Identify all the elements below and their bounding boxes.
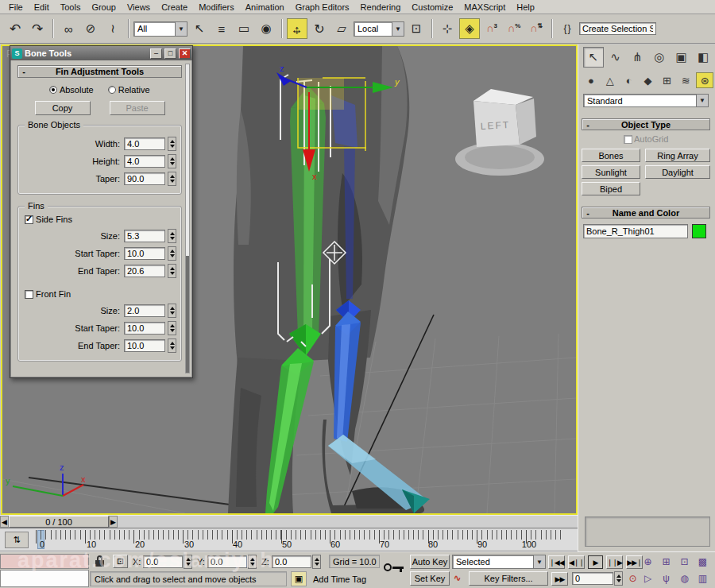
height-spinner[interactable] [168, 154, 176, 168]
frame-spinner[interactable] [614, 571, 623, 586]
menu-graph-editors[interactable]: Graph Editors [290, 2, 355, 13]
track-bar[interactable]: ⇅ 0 10 20 30 40 50 60 70 80 90 100 [0, 529, 578, 551]
front-size-input[interactable] [124, 304, 165, 317]
pan-icon[interactable]: ψ [658, 571, 674, 586]
selection-lock-icon[interactable] [94, 555, 107, 568]
menu-group[interactable]: Group [86, 2, 122, 13]
set-key-button[interactable]: Set Key [410, 571, 450, 586]
previous-frame-icon[interactable]: ◀❘❘ [568, 555, 585, 569]
object-name-input[interactable] [583, 224, 688, 238]
category-shapes-icon[interactable]: △ [601, 72, 619, 88]
current-frame-input[interactable] [572, 572, 613, 585]
menu-customize[interactable]: Customize [406, 2, 458, 13]
mini-curve-editor-icon[interactable]: ⇅ [5, 532, 29, 548]
select-scale-icon[interactable]: ▱ [331, 18, 352, 39]
selection-set-key-dropdown[interactable]: Selected ▼ [452, 555, 546, 569]
side-fins-checkbox[interactable]: Side Fins [25, 215, 176, 224]
unlink-icon[interactable]: ⊘ [80, 18, 101, 39]
time-configuration-icon[interactable]: ⊙ [624, 571, 641, 586]
bones-button[interactable]: Bones [582, 149, 640, 162]
front-start-taper-spinner[interactable] [168, 321, 176, 335]
front-start-taper-input[interactable] [124, 322, 165, 335]
maximize-icon[interactable]: □ [164, 48, 176, 59]
system-category-dropdown[interactable]: Standard ▼ [583, 94, 709, 107]
spinner-snap-icon[interactable]: ∩⇅ [526, 18, 547, 39]
absolute-radio[interactable]: Absolute [49, 85, 93, 95]
time-slider-track[interactable]: ◀ 0 / 100 ▶ [0, 515, 578, 528]
tab-display[interactable]: ▣ [671, 47, 692, 68]
default-tangent-icon[interactable]: ∿ [454, 573, 461, 583]
zoom-icon[interactable]: ⊕ [640, 555, 656, 569]
timeline-next-icon[interactable]: ▶ [109, 516, 118, 528]
daylight-button[interactable]: Daylight [645, 165, 710, 179]
object-type-rollout[interactable]: - Object Type [582, 118, 710, 130]
arc-rotate-icon[interactable]: ◍ [676, 571, 693, 586]
category-lights-icon[interactable]: ◐ [620, 72, 638, 88]
front-fin-checkbox[interactable]: Front Fin [25, 289, 176, 299]
zoom-extents-all-icon[interactable]: ▩ [694, 555, 711, 569]
undo-icon[interactable]: ↶ [5, 18, 25, 39]
select-object-icon[interactable]: ↖ [189, 18, 210, 39]
side-size-spinner[interactable] [168, 229, 176, 243]
window-crossing-icon[interactable]: ◉ [256, 18, 276, 39]
side-start-taper-spinner[interactable] [168, 246, 176, 261]
zoom-extents-icon[interactable]: ⊡ [676, 555, 693, 569]
absolute-mode-toggle-icon[interactable]: ⊡ [113, 555, 128, 568]
collapse-icon[interactable]: - [18, 67, 29, 76]
add-time-tag-button[interactable]: Add Time Tag [311, 571, 381, 586]
collapse-icon[interactable]: - [582, 208, 593, 218]
copy-button[interactable]: Copy [35, 101, 91, 115]
reference-coordinate-dropdown[interactable]: Local ▼ [354, 21, 404, 37]
front-size-spinner[interactable] [168, 304, 176, 318]
y-coordinate-input[interactable] [207, 555, 247, 568]
tab-motion[interactable]: ◎ [649, 47, 670, 68]
maxscript-listener-white[interactable] [0, 570, 89, 587]
tab-modify[interactable]: ∿ [605, 47, 626, 68]
menu-tools[interactable]: Tools [55, 2, 87, 13]
timeline-prev-icon[interactable]: ◀ [0, 516, 9, 528]
tab-hierarchy[interactable]: ⋔ [627, 47, 647, 68]
menu-animation[interactable]: Animation [240, 2, 290, 13]
key-filters-button[interactable]: Key Filters... [469, 571, 548, 586]
name-color-rollout[interactable]: - Name and Color [582, 207, 710, 219]
min-max-toggle-icon[interactable]: ▥ [694, 571, 711, 586]
category-systems-icon[interactable]: ⊛ [696, 72, 713, 88]
maxscript-listener-pink[interactable] [0, 554, 89, 569]
category-helpers-icon[interactable]: ⊞ [658, 72, 675, 88]
zoom-all-icon[interactable]: ⊞ [658, 555, 674, 569]
key-mode-toggle-icon[interactable]: ▶▶ [551, 572, 568, 586]
time-slider-handle[interactable]: 0 / 100 [9, 516, 109, 528]
fin-adjustment-rollout[interactable]: - Fin Adjustment Tools [17, 65, 182, 78]
link-icon[interactable]: ∞ [58, 18, 79, 39]
snap-toggle-icon[interactable]: ◈ [459, 18, 480, 39]
paste-button[interactable]: Paste [110, 101, 165, 115]
z-coordinate-input[interactable] [272, 555, 311, 568]
taper-spinner[interactable] [168, 172, 176, 186]
field-of-view-icon[interactable]: ▷ [640, 571, 656, 586]
select-rotate-icon[interactable]: ↻ [309, 18, 330, 39]
close-icon[interactable]: ✕ [179, 48, 191, 59]
z-spinner[interactable] [312, 555, 321, 569]
taper-input[interactable] [124, 172, 165, 185]
next-frame-icon[interactable]: ❘❘▶ [606, 555, 623, 569]
autogrid-checkbox[interactable]: AutoGrid [624, 134, 669, 144]
dialog-titlebar[interactable]: S Bone Tools – □ ✕ [10, 46, 192, 60]
width-spinner[interactable] [168, 137, 176, 151]
front-end-taper-spinner[interactable] [168, 338, 176, 353]
height-input[interactable] [124, 155, 165, 168]
menu-create[interactable]: Create [156, 2, 193, 13]
x-spinner[interactable] [184, 555, 192, 569]
redo-icon[interactable]: ↷ [27, 18, 48, 39]
menu-rendering[interactable]: Rendering [355, 2, 407, 13]
object-color-swatch[interactable] [692, 224, 706, 238]
side-end-taper-input[interactable] [124, 265, 165, 277]
side-size-input[interactable] [124, 230, 165, 242]
left-direction-cube[interactable]: LEFT [455, 89, 544, 176]
set-keys-button[interactable] [383, 554, 407, 587]
angle-snap-icon[interactable]: ∩3 [481, 18, 502, 39]
ring-array-button[interactable]: Ring Array [645, 149, 710, 162]
collapse-icon[interactable]: - [582, 120, 593, 130]
menu-views[interactable]: Views [122, 2, 156, 13]
category-geometry-icon[interactable]: ● [582, 72, 600, 88]
isolate-selection-icon[interactable]: ▣ [291, 571, 307, 586]
